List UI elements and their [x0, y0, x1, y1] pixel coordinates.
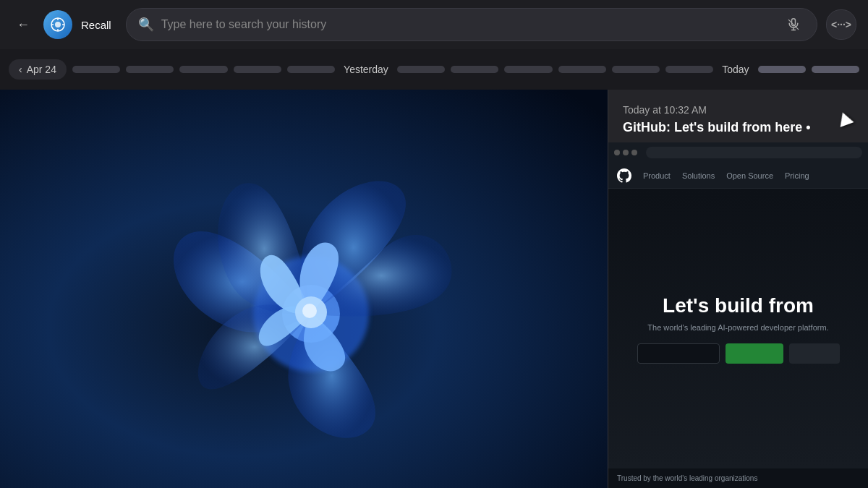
browser-dot-3 [631, 150, 637, 155]
github-signup-button [726, 343, 783, 364]
search-bar[interactable]: 🔍 [126, 8, 817, 41]
browser-address-bar [646, 147, 862, 158]
github-footer: Trusted by the world's leading organizat… [608, 468, 868, 488]
search-icon: 🔍 [138, 17, 154, 33]
timeline-segment-today-2[interactable] [812, 66, 859, 73]
timeline-segment-4[interactable] [234, 66, 281, 73]
github-cta-row [637, 343, 840, 364]
svg-point-14 [302, 304, 317, 318]
back-button[interactable]: ← [12, 13, 35, 36]
code-view-button[interactable]: <···> [826, 9, 856, 40]
snapshot-panel: Today at 10:32 AM GitHub: Let's build fr… [608, 90, 868, 488]
github-website-preview: Product Solutions Open Source Pricing Le… [608, 142, 868, 488]
timeline-segment-9[interactable] [558, 66, 606, 73]
timeline-segment-8[interactable] [504, 66, 552, 73]
code-btn-label: <···> [831, 19, 851, 30]
timeline-segment-5[interactable] [287, 66, 335, 73]
timeline-bar: ‹ Apr 24 Yesterday Today [0, 49, 868, 90]
timeline-yesterday-label: Yesterday [341, 64, 391, 75]
snapshot-preview[interactable]: Product Solutions Open Source Pricing Le… [608, 142, 868, 488]
microphone-button[interactable] [782, 13, 805, 36]
browser-dot-2 [623, 150, 629, 155]
timeline-segment-2[interactable] [126, 66, 174, 73]
timeline-segment-3[interactable] [179, 66, 227, 73]
timeline-segment-10[interactable] [612, 66, 660, 73]
snapshot-header: Today at 10:32 AM GitHub: Let's build fr… [608, 90, 868, 142]
app-icon [43, 10, 72, 39]
browser-dot-1 [614, 150, 620, 155]
timeline-chevron-icon: ‹ [19, 64, 22, 75]
github-hero-title: Let's build from [663, 294, 814, 318]
svg-point-1 [55, 22, 61, 27]
titlebar: ← Recall 🔍 <···> [0, 0, 868, 49]
github-nav-bar: Product Solutions Open Source Pricing [608, 163, 868, 189]
mic-icon [786, 17, 801, 32]
github-start-button [789, 343, 840, 364]
recall-logo-icon [49, 16, 67, 33]
github-nav-solutions: Solutions [682, 171, 715, 180]
timeline-segment-7[interactable] [451, 66, 498, 73]
github-hero-section: Let's build from The world's leading AI-… [608, 189, 868, 468]
main-content: Today at 10:32 AM GitHub: Let's build fr… [0, 90, 868, 488]
github-hero-subtitle: The world's leading AI-powered developer… [647, 323, 828, 332]
timeline-segment-1[interactable] [72, 66, 120, 73]
search-input[interactable] [161, 18, 775, 31]
snapshot-title: GitHub: Let's build from here • [623, 120, 854, 135]
github-nav-product: Product [643, 171, 671, 180]
github-nav-pricing: Pricing [785, 171, 809, 180]
snapshot-time: Today at 10:32 AM [623, 104, 854, 116]
timeline-today-label: Today [719, 64, 752, 75]
wallpaper-panel [0, 90, 608, 488]
github-email-input [637, 343, 720, 364]
github-nav-opensource: Open Source [726, 171, 773, 180]
timeline-date-label: Apr 24 [27, 64, 56, 75]
timeline-segment-6[interactable] [397, 66, 445, 73]
timeline-segment-today[interactable] [758, 66, 806, 73]
timeline-segment-11[interactable] [665, 66, 713, 73]
back-arrow-icon: ← [17, 17, 30, 33]
github-logo-icon [617, 168, 631, 183]
timeline-back-button[interactable]: ‹ Apr 24 [9, 59, 67, 80]
app-title: Recall [81, 19, 111, 31]
windows-bloom-wallpaper [0, 90, 608, 488]
github-browser-topbar [608, 142, 868, 163]
